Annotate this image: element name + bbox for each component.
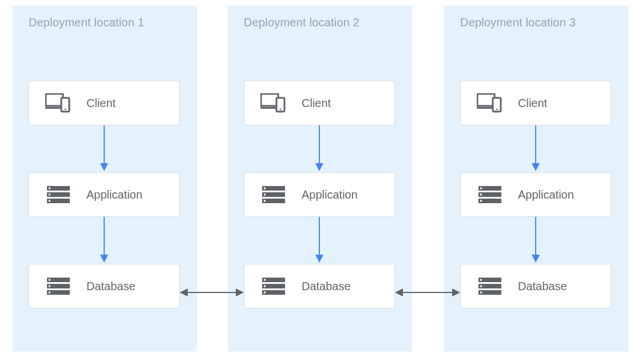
client-node: Client — [29, 81, 180, 125]
svg-rect-11 — [49, 200, 50, 202]
server-icon — [477, 186, 503, 203]
node-label: Application — [302, 188, 358, 201]
svg-marker-33 — [315, 255, 323, 263]
server-icon — [477, 278, 503, 295]
svg-marker-25 — [315, 163, 323, 171]
application-node: Application — [244, 172, 395, 217]
svg-marker-5 — [100, 163, 108, 171]
svg-rect-49 — [480, 188, 482, 189]
node-label: Client — [518, 97, 547, 110]
client-devices-icon — [260, 93, 287, 113]
svg-point-23 — [280, 109, 282, 110]
database-node: Database — [460, 264, 611, 308]
svg-marker-13 — [100, 255, 108, 263]
deployment-region-1: Deployment location 1 Client — [13, 6, 197, 351]
svg-rect-29 — [264, 188, 266, 189]
node-label: Application — [518, 188, 574, 201]
application-node: Application — [29, 172, 180, 217]
svg-rect-30 — [264, 194, 266, 196]
svg-rect-58 — [480, 286, 482, 287]
svg-rect-37 — [264, 279, 266, 281]
region-title: Deployment location 1 — [29, 16, 181, 29]
deployment-region-2: Deployment location 2 Client — [228, 6, 412, 351]
server-icon — [260, 186, 287, 203]
svg-rect-57 — [480, 279, 482, 281]
svg-rect-17 — [49, 279, 50, 281]
deployment-region-3: Deployment location 3 Client — [444, 6, 628, 351]
database-node: Database — [29, 264, 180, 308]
svg-rect-10 — [49, 194, 50, 196]
svg-rect-31 — [264, 200, 266, 202]
node-label: Client — [86, 97, 116, 110]
arrow-app-to-db — [29, 217, 181, 264]
node-label: Client — [302, 97, 331, 110]
arrow-app-to-db — [244, 217, 396, 264]
node-label: Database — [86, 280, 136, 293]
svg-rect-50 — [480, 194, 482, 196]
client-devices-icon — [45, 93, 72, 113]
server-icon — [45, 278, 72, 295]
svg-rect-9 — [49, 188, 50, 189]
svg-point-43 — [496, 109, 498, 110]
svg-rect-39 — [264, 292, 266, 294]
arrow-client-to-app — [29, 125, 181, 172]
server-icon — [260, 278, 287, 295]
node-label: Database — [302, 280, 351, 293]
arrow-client-to-app — [460, 125, 612, 172]
database-node: Database — [244, 264, 395, 308]
region-title: Deployment location 2 — [244, 16, 396, 29]
region-title: Deployment location 3 — [460, 16, 612, 29]
svg-rect-18 — [49, 286, 50, 287]
arrow-client-to-app — [244, 125, 396, 172]
client-devices-icon — [477, 93, 503, 113]
client-node: Client — [244, 81, 395, 125]
server-icon — [45, 186, 72, 203]
node-label: Application — [86, 188, 143, 201]
svg-rect-38 — [264, 286, 266, 287]
arrow-app-to-db — [460, 217, 612, 264]
svg-marker-45 — [532, 163, 540, 171]
application-node: Application — [460, 172, 611, 217]
svg-rect-19 — [49, 292, 50, 294]
svg-marker-53 — [532, 255, 540, 263]
svg-point-3 — [65, 109, 66, 110]
svg-rect-51 — [480, 200, 482, 202]
svg-rect-59 — [480, 292, 482, 294]
client-node: Client — [460, 81, 611, 125]
node-label: Database — [518, 280, 567, 293]
